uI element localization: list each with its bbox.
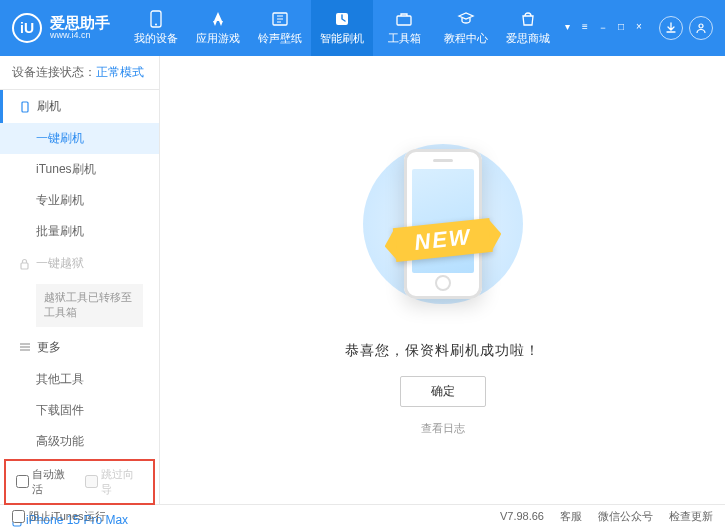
sidebar-section-more[interactable]: 更多 — [0, 331, 159, 364]
sidebar-item-itunes-flash[interactable]: iTunes刷机 — [0, 154, 159, 185]
nav-label: 爱思商城 — [506, 31, 550, 46]
logo-icon: iU — [12, 13, 42, 43]
nav-flash[interactable]: 智能刷机 — [311, 0, 373, 56]
svg-point-1 — [155, 24, 157, 26]
store-icon — [518, 10, 538, 28]
ok-button[interactable]: 确定 — [400, 376, 486, 407]
apps-icon — [208, 10, 228, 28]
header-controls: ▾ ≡ － □ × — [559, 16, 713, 40]
nav-tutorials[interactable]: 教程中心 — [435, 0, 497, 56]
version-label: V7.98.66 — [500, 510, 544, 522]
tutorial-icon — [456, 10, 476, 28]
app-title: 爱思助手 — [50, 15, 110, 32]
svg-rect-4 — [397, 16, 411, 25]
nav-toolbox[interactable]: 工具箱 — [373, 0, 435, 56]
toolbox-icon — [394, 10, 414, 28]
svg-rect-6 — [22, 102, 28, 112]
more-icon — [19, 342, 31, 352]
top-nav: 我的设备 应用游戏 铃声壁纸 智能刷机 工具箱 教程中心 爱思商城 — [125, 0, 559, 56]
sidebar-section-flash[interactable]: 刷机 — [0, 90, 159, 123]
nav-ringtones[interactable]: 铃声壁纸 — [249, 0, 311, 56]
success-illustration: NEW — [363, 124, 523, 324]
footer-link-wechat[interactable]: 微信公众号 — [598, 509, 653, 524]
footer-link-support[interactable]: 客服 — [560, 509, 582, 524]
device-icon — [146, 10, 166, 28]
maximize-icon[interactable]: □ — [613, 21, 629, 35]
sidebar-item-other-tools[interactable]: 其他工具 — [0, 364, 159, 395]
download-button[interactable] — [659, 16, 683, 40]
app-subtitle: www.i4.cn — [50, 31, 110, 41]
nav-store[interactable]: 爱思商城 — [497, 0, 559, 56]
flash-section-icon — [19, 101, 31, 113]
sidebar: 设备连接状态：正常模式 刷机 一键刷机 iTunes刷机 专业刷机 批量刷机 一… — [0, 56, 160, 504]
nav-apps[interactable]: 应用游戏 — [187, 0, 249, 56]
settings-icon[interactable]: ≡ — [577, 21, 593, 35]
nav-label: 教程中心 — [444, 31, 488, 46]
sidebar-item-advanced[interactable]: 高级功能 — [0, 426, 159, 457]
logo-area: iU 爱思助手 www.i4.cn — [12, 13, 125, 43]
nav-label: 我的设备 — [134, 31, 178, 46]
ringtone-icon — [270, 10, 290, 28]
sidebar-item-batch-flash[interactable]: 批量刷机 — [0, 216, 159, 247]
sidebar-item-pro-flash[interactable]: 专业刷机 — [0, 185, 159, 216]
activation-options: 自动激活 跳过向导 — [4, 459, 155, 505]
menu-icon[interactable]: ▾ — [559, 21, 575, 35]
auto-activate-checkbox[interactable]: 自动激活 — [16, 467, 75, 497]
lock-icon — [19, 258, 30, 270]
minimize-icon[interactable]: － — [595, 21, 611, 35]
sidebar-section-jailbreak: 一键越狱 — [0, 247, 159, 280]
nav-label: 工具箱 — [388, 31, 421, 46]
block-itunes-checkbox[interactable]: 阻止iTunes运行 — [12, 509, 106, 524]
nav-label: 铃声壁纸 — [258, 31, 302, 46]
close-icon[interactable]: × — [631, 21, 647, 35]
svg-point-5 — [699, 24, 703, 28]
user-button[interactable] — [689, 16, 713, 40]
window-controls: ▾ ≡ － □ × — [559, 21, 647, 35]
app-header: iU 爱思助手 www.i4.cn 我的设备 应用游戏 铃声壁纸 智能刷机 工具… — [0, 0, 725, 56]
sidebar-item-download-firmware[interactable]: 下载固件 — [0, 395, 159, 426]
flash-icon — [332, 10, 352, 28]
skip-guide-checkbox[interactable]: 跳过向导 — [85, 467, 144, 497]
main-content: NEW 恭喜您，保资料刷机成功啦！ 确定 查看日志 — [160, 56, 725, 504]
nav-label: 应用游戏 — [196, 31, 240, 46]
nav-label: 智能刷机 — [320, 31, 364, 46]
connection-status: 设备连接状态：正常模式 — [0, 56, 159, 90]
nav-my-device[interactable]: 我的设备 — [125, 0, 187, 56]
view-log-link[interactable]: 查看日志 — [421, 421, 465, 436]
svg-rect-7 — [21, 263, 28, 269]
jailbreak-note: 越狱工具已转移至工具箱 — [36, 284, 143, 327]
success-message: 恭喜您，保资料刷机成功啦！ — [345, 342, 540, 360]
footer-link-update[interactable]: 检查更新 — [669, 509, 713, 524]
sidebar-item-oneclick-flash[interactable]: 一键刷机 — [0, 123, 159, 154]
